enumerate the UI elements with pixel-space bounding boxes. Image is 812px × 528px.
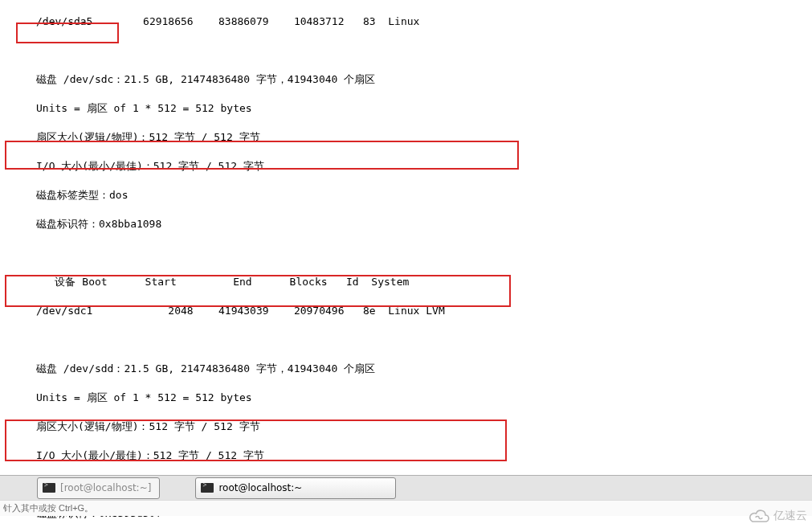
disk-sdd-sector: 扇区大小(逻辑/物理)：512 字节 / 512 字节	[36, 420, 812, 434]
taskbar-item-terminal-2[interactable]: root@localhost:~	[195, 477, 396, 499]
sdc-partition-row: /dev/sdc1 2048 41943039 20970496 8e Linu…	[36, 304, 812, 318]
blank-line	[36, 333, 812, 347]
status-hint: 针入其中或按 Ctrl+G。	[3, 503, 93, 513]
disk-sdc-io: I/O 大小(最小/最佳)：512 字节 / 512 字节	[36, 159, 812, 174]
terminal-icon	[43, 483, 55, 493]
taskbar-label: [root@localhost:~]	[60, 482, 151, 493]
disk-sdc-sector: 扇区大小(逻辑/物理)：512 字节 / 512 字节	[36, 130, 812, 145]
disk-sdc-identifier: 磁盘标识符：0x8bba1098	[36, 217, 812, 231]
watermark: 亿速云	[748, 509, 807, 523]
terminal-output[interactable]: /dev/sda5 62918656 83886079 10483712 83 …	[0, 0, 812, 528]
blank-line	[36, 43, 812, 58]
disk-sdd-units: Units = 扇区 of 1 * 512 = 512 bytes	[36, 391, 812, 405]
sdc-partition-header: 设备 Boot Start End Blocks Id System	[36, 275, 812, 289]
taskbar-item-terminal-1[interactable]: [root@localhost:~]	[37, 477, 160, 499]
watermark-text: 亿速云	[773, 509, 807, 523]
disk-sdd-header: 磁盘 /dev/sdd：21.5 GB, 21474836480 字节，4194…	[36, 362, 812, 376]
status-bar: 针入其中或按 Ctrl+G。	[0, 500, 812, 516]
disk-sdd-io: I/O 大小(最小/最佳)：512 字节 / 512 字节	[36, 448, 812, 463]
blank-line	[36, 246, 812, 260]
disk-sdc-units: Units = 扇区 of 1 * 512 = 512 bytes	[36, 101, 812, 116]
disk-sdc-labeltype: 磁盘标签类型：dos	[36, 188, 812, 203]
taskbar-label: root@localhost:~	[218, 482, 302, 493]
terminal-icon	[201, 483, 214, 493]
cloud-icon	[748, 509, 770, 523]
taskbar: [root@localhost:~] root@localhost:~	[0, 475, 812, 500]
partition-sda5: /dev/sda5 62918656 83886079 10483712 83 …	[36, 14, 812, 29]
disk-sdc-header: 磁盘 /dev/sdc：21.5 GB, 21474836480 字节，4194…	[36, 72, 812, 87]
